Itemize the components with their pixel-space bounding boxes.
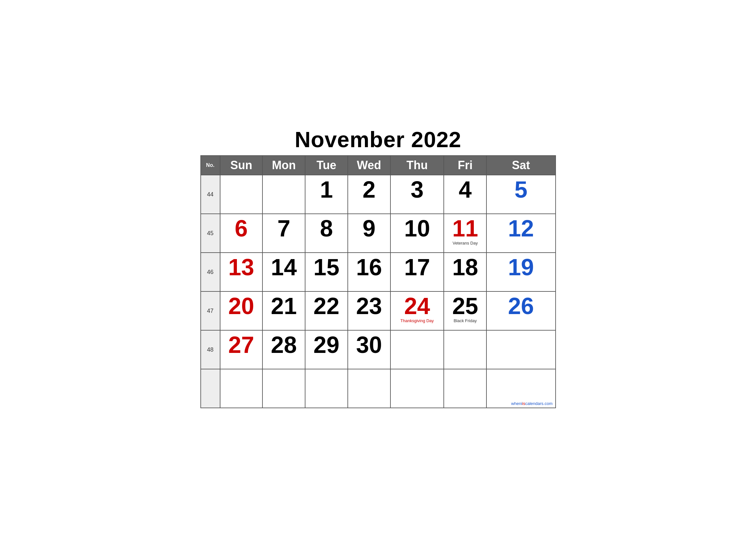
day-number: 28 xyxy=(264,333,304,356)
day-number: 9 xyxy=(349,217,389,240)
holiday-label: Black Friday xyxy=(446,318,485,324)
day-cell: 7 xyxy=(262,214,305,253)
header-no: No. xyxy=(201,155,220,175)
week-row: 4827282930 xyxy=(201,330,555,369)
day-number: 10 xyxy=(392,217,443,240)
week-row: 472021222324Thanksgiving Day25Black Frid… xyxy=(201,292,555,330)
day-cell: 16 xyxy=(348,253,391,292)
week-number: 45 xyxy=(201,214,220,253)
week-row: 4613141516171819 xyxy=(201,253,555,292)
day-number: 17 xyxy=(392,256,443,279)
day-number: 7 xyxy=(264,217,304,240)
day-cell xyxy=(262,175,305,214)
day-cell: 2 xyxy=(348,175,391,214)
day-cell: 6 xyxy=(220,214,263,253)
day-number: 3 xyxy=(392,178,443,201)
header-mon: Mon xyxy=(262,155,305,175)
day-cell xyxy=(391,369,444,408)
day-number: 20 xyxy=(222,294,261,318)
holiday-label: Thanksgiving Day xyxy=(392,318,443,324)
day-number: 29 xyxy=(307,333,346,356)
day-number: 15 xyxy=(307,256,346,279)
day-number: 2 xyxy=(349,178,389,201)
calendar-container: November 2022 No. Sun Mon Tue Wed Thu Fr… xyxy=(201,127,556,408)
day-cell xyxy=(444,369,486,408)
day-number: 25 xyxy=(446,294,485,318)
day-cell: 23 xyxy=(348,292,391,330)
holiday-label: Veterans Day xyxy=(446,241,485,246)
day-cell xyxy=(486,330,555,369)
week-row: wheniiscalendars.com xyxy=(201,369,555,408)
day-cell: 4 xyxy=(444,175,486,214)
day-cell: 5 xyxy=(486,175,555,214)
day-cell: 29 xyxy=(305,330,348,369)
day-cell: 15 xyxy=(305,253,348,292)
day-number: 6 xyxy=(222,217,261,240)
week-number: 44 xyxy=(201,175,220,214)
day-number: 8 xyxy=(307,217,346,240)
week-row: 4412345 xyxy=(201,175,555,214)
header-sat: Sat xyxy=(486,155,555,175)
day-number: 11 xyxy=(446,217,485,240)
day-cell: 9 xyxy=(348,214,391,253)
day-cell: 12 xyxy=(486,214,555,253)
header-wed: Wed xyxy=(348,155,391,175)
week-row: 4567891011Veterans Day12 xyxy=(201,214,555,253)
day-cell xyxy=(305,369,348,408)
day-number: 21 xyxy=(264,294,304,318)
week-number xyxy=(201,369,220,408)
day-cell xyxy=(391,330,444,369)
day-cell: 3 xyxy=(391,175,444,214)
day-number: 14 xyxy=(264,256,304,279)
day-cell: 19 xyxy=(486,253,555,292)
calendar-table: No. Sun Mon Tue Wed Thu Fri Sat 44123454… xyxy=(201,155,556,408)
day-cell: 21 xyxy=(262,292,305,330)
header-tue: Tue xyxy=(305,155,348,175)
day-cell xyxy=(220,175,263,214)
day-cell: 13 xyxy=(220,253,263,292)
calendar-title: November 2022 xyxy=(201,127,556,152)
day-number: 18 xyxy=(446,256,485,279)
day-cell: 10 xyxy=(391,214,444,253)
day-number: 4 xyxy=(446,178,485,201)
day-cell: wheniiscalendars.com xyxy=(486,369,555,408)
day-cell: 30 xyxy=(348,330,391,369)
day-number: 13 xyxy=(222,256,261,279)
header-row: No. Sun Mon Tue Wed Thu Fri Sat xyxy=(201,155,555,175)
day-cell: 24Thanksgiving Day xyxy=(391,292,444,330)
day-cell: 17 xyxy=(391,253,444,292)
day-cell: 1 xyxy=(305,175,348,214)
watermark: wheniiscalendars.com xyxy=(511,401,553,406)
day-cell: 26 xyxy=(486,292,555,330)
day-cell: 25Black Friday xyxy=(444,292,486,330)
header-sun: Sun xyxy=(220,155,263,175)
day-number: 5 xyxy=(488,178,554,201)
day-number: 27 xyxy=(222,333,261,356)
day-number: 26 xyxy=(488,294,554,318)
day-cell: 20 xyxy=(220,292,263,330)
day-cell xyxy=(220,369,263,408)
day-number: 23 xyxy=(349,294,389,318)
calendar-body: 44123454567891011Veterans Day12461314151… xyxy=(201,175,555,408)
day-number: 16 xyxy=(349,256,389,279)
day-cell xyxy=(262,369,305,408)
day-number: 30 xyxy=(349,333,389,356)
day-cell xyxy=(444,330,486,369)
day-cell xyxy=(348,369,391,408)
day-cell: 11Veterans Day xyxy=(444,214,486,253)
day-cell: 8 xyxy=(305,214,348,253)
day-cell: 18 xyxy=(444,253,486,292)
day-cell: 27 xyxy=(220,330,263,369)
day-number: 1 xyxy=(307,178,346,201)
day-number: 22 xyxy=(307,294,346,318)
week-number: 48 xyxy=(201,330,220,369)
day-number: 19 xyxy=(488,256,554,279)
header-thu: Thu xyxy=(391,155,444,175)
day-cell: 28 xyxy=(262,330,305,369)
day-cell: 22 xyxy=(305,292,348,330)
week-number: 47 xyxy=(201,292,220,330)
day-number: 12 xyxy=(488,217,554,240)
header-fri: Fri xyxy=(444,155,486,175)
week-number: 46 xyxy=(201,253,220,292)
day-number: 24 xyxy=(392,294,443,318)
